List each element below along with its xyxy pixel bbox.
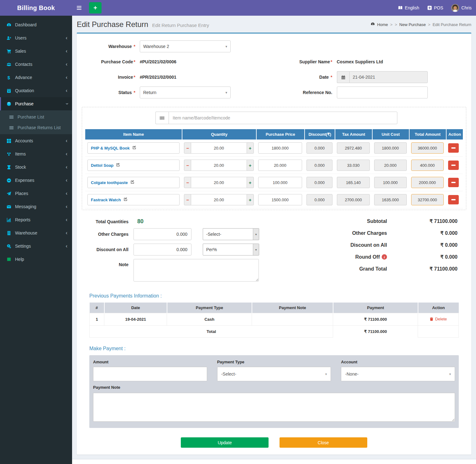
pos-menu[interactable]: POS: [427, 5, 443, 10]
purchase-price-input[interactable]: [258, 142, 302, 154]
reference-input[interactable]: [337, 87, 428, 98]
sidebar-item-help[interactable]: Help: [0, 253, 72, 266]
amount-input[interactable]: [93, 367, 207, 381]
required-asterisk: *: [134, 59, 135, 64]
note-textarea[interactable]: [133, 259, 259, 282]
decrease-qty-button[interactable]: −: [184, 194, 191, 205]
breadcrumb-new-purchase[interactable]: New Purchase: [399, 22, 426, 27]
item-row: Colgate toothpaste − + 0.000: [85, 174, 463, 191]
purchase-price-input[interactable]: [258, 177, 302, 188]
date-input[interactable]: [349, 71, 428, 83]
user-menu[interactable]: Chris: [451, 4, 472, 12]
remove-item-button[interactable]: [448, 195, 459, 204]
item-name-link[interactable]: Fastrack Watch: [91, 198, 121, 202]
decrease-qty-button[interactable]: −: [184, 142, 191, 154]
sidebar-item-purchase[interactable]: Purchase ‹: [0, 97, 72, 110]
sidebar-item-places[interactable]: Places ‹: [0, 187, 72, 200]
grand-total-value: ₹ 71100.000: [387, 266, 458, 272]
breadcrumb-home[interactable]: Home: [377, 22, 388, 27]
decrease-qty-button[interactable]: −: [184, 160, 191, 171]
sidebar-item-warehouse[interactable]: Warehouse ‹: [0, 226, 72, 240]
minus-icon: [451, 199, 456, 200]
calendar-icon[interactable]: [337, 71, 349, 83]
total-amount-value: 32700.000: [411, 194, 444, 205]
quantity-stepper: − +: [184, 194, 254, 205]
quantity-input[interactable]: [191, 177, 246, 188]
subtotal-value: ₹ 71100.000: [387, 218, 458, 224]
sidebar-item-reports[interactable]: Reports ‹: [0, 213, 72, 226]
status-select[interactable]: Return ▾: [140, 87, 231, 98]
increase-qty-button[interactable]: +: [247, 194, 254, 205]
bar-chart-icon: [6, 217, 11, 222]
language-menu[interactable]: English: [398, 5, 419, 10]
sidebar-item-advance[interactable]: $ Advance ‹: [0, 71, 72, 84]
quantity-input[interactable]: [191, 142, 246, 154]
quantity-input[interactable]: [191, 160, 246, 171]
remove-item-button[interactable]: [448, 178, 459, 187]
quick-add-button[interactable]: +: [89, 2, 102, 13]
cube-icon: [6, 101, 11, 106]
items-section: Item Name Quantity Purchase Price Discou…: [82, 107, 466, 210]
item-name-link[interactable]: PHP & MySQL Book: [91, 146, 130, 150]
sidebar-item-sales[interactable]: Sales ‹: [0, 45, 72, 58]
app-logo[interactable]: Billing Book: [0, 0, 72, 16]
payment-amount: ₹ 71100.000: [333, 313, 418, 326]
sidebar-item-stock[interactable]: Stock ‹: [0, 161, 72, 174]
sidebar-item-accounts[interactable]: Accounts ‹: [0, 134, 72, 147]
payment-type-select[interactable]: -Select- ▾: [217, 367, 331, 381]
delete-payment-link[interactable]: Delete: [430, 317, 447, 321]
sidebar-item-dashboard[interactable]: Dashboard: [0, 18, 72, 31]
decrease-qty-button[interactable]: −: [184, 177, 191, 188]
items-header-name: Item Name: [85, 129, 182, 140]
other-charges-select[interactable]: -Select- ▾: [203, 228, 259, 240]
username-label: Chris: [461, 5, 472, 10]
sidebar-item-expenses[interactable]: Expenses ‹: [0, 174, 72, 187]
increase-qty-button[interactable]: +: [247, 142, 254, 154]
sidebar-item-settings[interactable]: Settings ‹: [0, 240, 72, 253]
item-search-input[interactable]: [169, 112, 397, 124]
sidebar-item-purchase-returns-list[interactable]: Purchase Returns List: [0, 122, 72, 133]
sidebar-item-items[interactable]: Items ‹: [0, 147, 72, 161]
update-button[interactable]: Update: [181, 437, 269, 448]
account-select[interactable]: -None- ▾: [341, 367, 455, 381]
increase-qty-button[interactable]: +: [247, 160, 254, 171]
sidebar-item-messaging[interactable]: Messaging ‹: [0, 200, 72, 213]
chevron-left-icon: ‹: [66, 152, 67, 156]
sidebar-item-label: Settings: [15, 244, 31, 249]
language-icon: [398, 6, 403, 10]
users-group-icon: [6, 62, 11, 67]
items-header-quantity: Quantity: [182, 129, 256, 140]
sidebar-item-contacts[interactable]: Contacts ‹: [0, 58, 72, 71]
edit-item-icon[interactable]: [116, 162, 120, 168]
remove-item-button[interactable]: [448, 143, 459, 153]
close-button[interactable]: Close: [280, 437, 367, 448]
payment-note-textarea[interactable]: [93, 393, 455, 422]
edit-item-icon[interactable]: [130, 180, 134, 185]
increase-qty-button[interactable]: +: [247, 177, 254, 188]
other-charges-input[interactable]: [133, 228, 191, 240]
sidebar-item-purchase-list[interactable]: Purchase List: [0, 112, 72, 122]
sidebar-item-users[interactable]: Users ‹: [0, 31, 72, 45]
remove-item-button[interactable]: [448, 161, 459, 170]
warehouse-select[interactable]: Warehouse 2 ▾: [140, 40, 231, 52]
edit-item-icon[interactable]: [123, 197, 128, 203]
required-asterisk: *: [134, 90, 135, 95]
breadcrumb-separator: >: [428, 22, 431, 27]
minus-circle-icon: [6, 178, 11, 183]
sidebar-toggle-button[interactable]: [72, 0, 86, 16]
edit-item-icon[interactable]: [132, 145, 136, 151]
purchase-price-input[interactable]: [258, 160, 302, 171]
purchase-price-input[interactable]: [258, 194, 302, 205]
sidebar-item-quotation[interactable]: Quotation ‹: [0, 84, 72, 97]
item-name-link[interactable]: Colgate toothpaste: [91, 180, 128, 185]
breadcrumb-current: Edit Purchase Return: [432, 22, 471, 27]
quantity-stepper: − +: [184, 160, 254, 171]
discount-value: 0.000: [306, 177, 333, 188]
item-name-link[interactable]: Dettol Soap: [91, 163, 113, 168]
required-asterisk: *: [134, 44, 135, 49]
quantity-input[interactable]: [191, 194, 246, 205]
info-icon[interactable]: i: [382, 254, 387, 260]
discount-on-all-input[interactable]: [133, 244, 191, 256]
sidebar-item-label: Reports: [15, 217, 30, 222]
discount-type-select[interactable]: Per% ▾: [203, 244, 259, 256]
